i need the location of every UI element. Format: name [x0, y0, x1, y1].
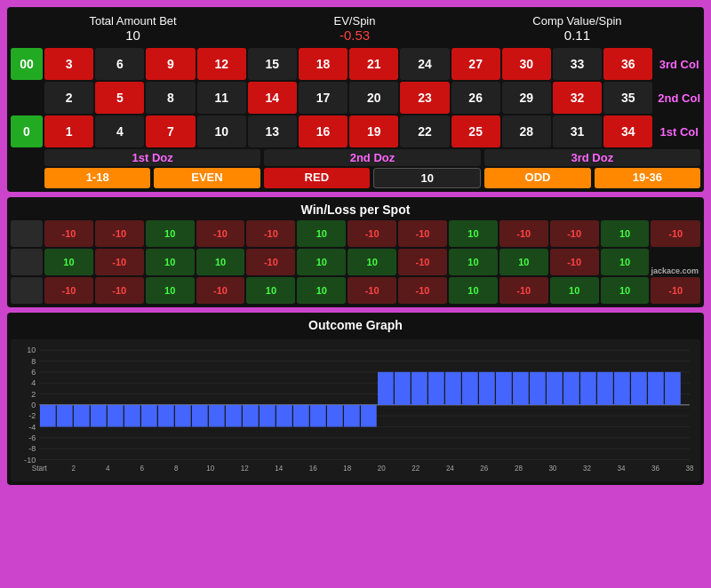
cell-11[interactable]: 11: [197, 82, 246, 114]
cell-21[interactable]: 21: [349, 48, 398, 80]
cell-34[interactable]: 34: [603, 115, 652, 147]
bar-15: [293, 405, 309, 427]
cell-6[interactable]: 6: [95, 48, 144, 80]
bar-4: [108, 405, 124, 427]
cell-24[interactable]: 24: [400, 48, 449, 80]
total-bet-value: 10: [89, 28, 176, 43]
bar-28: [513, 372, 529, 405]
cell-0[interactable]: 0: [11, 115, 43, 147]
bar-34: [614, 372, 630, 405]
comp-stat: Comp Value/Spin 0.11: [532, 14, 621, 43]
svg-text:8: 8: [31, 357, 36, 366]
cell-15[interactable]: 15: [248, 48, 297, 80]
wl-r3-c9: -10: [499, 277, 548, 304]
ev-value: -0.53: [334, 28, 376, 43]
cell-35[interactable]: 35: [603, 82, 652, 114]
bar-13: [260, 405, 276, 427]
cell-2[interactable]: 2: [44, 82, 93, 114]
cell-14[interactable]: 14: [248, 82, 297, 114]
cell-4[interactable]: 4: [95, 115, 144, 147]
cell-33[interactable]: 33: [553, 48, 602, 80]
wl-side-1: [11, 220, 43, 247]
cell-29[interactable]: 29: [502, 82, 551, 114]
cell-22[interactable]: 22: [400, 115, 449, 147]
cell-8[interactable]: 8: [146, 82, 195, 114]
cell-23[interactable]: 23: [400, 82, 449, 114]
wl-r3-c10: 10: [550, 277, 599, 304]
cell-17[interactable]: 17: [299, 82, 348, 114]
x-label-19: 38: [685, 465, 693, 473]
cell-28[interactable]: 28: [502, 115, 551, 147]
outside-btn-5[interactable]: 19-36: [595, 168, 700, 188]
x-label-0: Start: [32, 465, 48, 473]
dozen-btn-2[interactable]: 3rd Doz: [484, 149, 700, 166]
cell-12[interactable]: 12: [197, 48, 246, 80]
dozen-row: 1st Doz2nd Doz3rd Doz: [11, 149, 700, 166]
col-label-3rd: 3rd Col: [654, 48, 700, 80]
wl-r1-c5: 10: [297, 220, 346, 247]
cell-9[interactable]: 9: [146, 48, 195, 80]
x-label-4: 8: [174, 465, 179, 473]
wl-r2-c9: 10: [499, 249, 548, 275]
ev-stat: EV/Spin -0.53: [334, 14, 376, 43]
bar-18: [344, 405, 360, 427]
cell-30[interactable]: 30: [502, 48, 551, 80]
cell-3[interactable]: 3: [44, 48, 93, 80]
bar-19: [361, 405, 377, 427]
bar-1: [57, 405, 73, 427]
svg-text:-4: -4: [28, 423, 36, 432]
cell-25[interactable]: 25: [451, 115, 500, 147]
cell-16[interactable]: 16: [299, 115, 348, 147]
bar-35: [631, 372, 647, 405]
bar-10: [209, 405, 225, 427]
x-label-2: 4: [106, 465, 110, 473]
wl-r2-c6: 10: [348, 249, 396, 275]
cell-19[interactable]: 19: [349, 115, 398, 147]
bar-2: [74, 405, 90, 427]
cell-26[interactable]: 26: [451, 82, 500, 114]
ev-label: EV/Spin: [334, 14, 376, 28]
cell-00[interactable]: 00: [11, 48, 43, 80]
wl-side-3: [11, 277, 43, 304]
board-section: Total Amount Bet 10 EV/Spin -0.53 Comp V…: [7, 7, 704, 192]
cell-31[interactable]: 31: [553, 115, 602, 147]
wl-r2-c8: 10: [449, 249, 498, 275]
total-bet-stat: Total Amount Bet 10: [89, 14, 176, 43]
graph-svg: -10-8-6-4-20246810Start24681012141618202…: [14, 343, 697, 478]
cell-20[interactable]: 20: [349, 82, 398, 114]
cell-36[interactable]: 36: [603, 48, 652, 80]
cell-5[interactable]: 5: [95, 82, 144, 114]
cell-32[interactable]: 32: [553, 82, 602, 114]
wl-side-2: [11, 249, 43, 275]
bar-3: [91, 405, 107, 427]
wl-r3-c8: 10: [449, 277, 498, 304]
bar-21: [395, 372, 411, 405]
cell-13[interactable]: 13: [248, 115, 297, 147]
outside-btn-0[interactable]: 1-18: [44, 168, 150, 188]
cell-7[interactable]: 7: [146, 115, 195, 147]
cell-18[interactable]: 18: [299, 48, 348, 80]
outside-btn-3[interactable]: 10: [373, 168, 481, 188]
outside-btn-1[interactable]: EVEN: [154, 168, 260, 188]
cell-27[interactable]: 27: [451, 48, 500, 80]
wl-r3-c3: -10: [196, 277, 245, 304]
dozen-btn-1[interactable]: 2nd Doz: [264, 149, 480, 166]
outside-btn-2[interactable]: RED: [264, 168, 370, 188]
jackace-label: jackace.com: [651, 249, 700, 275]
bar-9: [192, 405, 208, 427]
wl-r3-c0: -10: [44, 277, 93, 304]
graph-section: Outcome Graph -10-8-6-4-20246810Start246…: [7, 313, 704, 485]
dozen-btn-0[interactable]: 1st Doz: [44, 149, 260, 166]
outside-btn-4[interactable]: ODD: [484, 168, 590, 188]
wl-r2-c10: -10: [550, 249, 599, 275]
bar-0: [40, 405, 56, 427]
bar-8: [175, 405, 191, 427]
wl-r3-c1: -10: [95, 277, 144, 304]
bar-11: [226, 405, 242, 427]
cell-1[interactable]: 1: [44, 115, 93, 147]
svg-text:2: 2: [31, 390, 36, 399]
col-label-1st: 1st Col: [654, 115, 700, 147]
cell-10[interactable]: 10: [197, 115, 246, 147]
bar-27: [496, 372, 512, 405]
bar-22: [411, 372, 427, 405]
